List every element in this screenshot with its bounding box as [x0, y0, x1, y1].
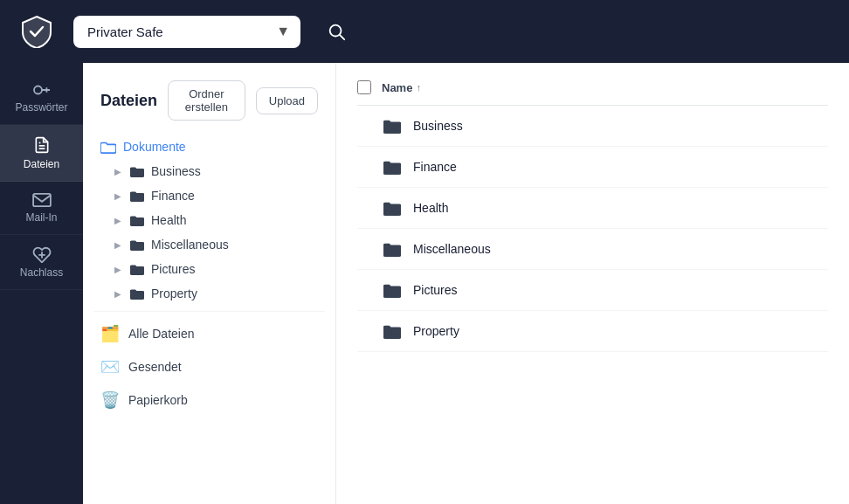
- chevron-icon: ▶: [114, 265, 123, 274]
- row-folder-name: Health: [413, 201, 448, 215]
- folder-name: Health: [151, 213, 186, 227]
- table-row[interactable]: Miscellaneous: [357, 229, 828, 270]
- folder-icon: [383, 118, 401, 134]
- logo: [17, 12, 56, 51]
- all-files-label: Alle Dateien: [128, 327, 195, 341]
- table-row[interactable]: Finance: [357, 147, 828, 188]
- envelope-icon: ✉️: [100, 357, 120, 376]
- sidebar-label-files: Dateien: [24, 158, 59, 170]
- row-folder-name: Property: [413, 324, 459, 338]
- tree-item-property[interactable]: ▶ Property: [93, 281, 325, 306]
- row-folder-name: Finance: [413, 160, 457, 174]
- chevron-icon: ▶: [114, 289, 123, 299]
- folder-icon: [383, 241, 401, 257]
- column-header-name[interactable]: Name ↑: [382, 81, 421, 94]
- sidebar-label-passwords: Passwörter: [15, 101, 67, 114]
- tree-documents: Dokumente ▶ Business ▶ Finance ▶: [83, 135, 335, 306]
- sidebar-item-nachlass[interactable]: Nachlass: [0, 235, 83, 290]
- row-folder-name: Pictures: [413, 283, 458, 297]
- folder-name: Miscellaneous: [151, 238, 229, 252]
- table-row[interactable]: Business: [357, 106, 828, 147]
- create-folder-button[interactable]: Ordner erstellen: [168, 80, 245, 121]
- tree-item-finance[interactable]: ▶ Finance: [93, 183, 325, 208]
- main-layout: Passwörter Dateien Mail-In: [0, 63, 849, 504]
- trash-icon: 🗑️: [100, 390, 120, 410]
- file-list-table: Name ↑ Business Finance: [357, 80, 828, 352]
- svg-point-2: [34, 86, 42, 94]
- folder-name: Pictures: [151, 262, 196, 276]
- sidebar-label-mailin: Mail-In: [25, 211, 57, 224]
- svg-line-1: [340, 35, 344, 39]
- tree-special-sent[interactable]: ✉️ Gesendet: [83, 350, 335, 383]
- tree-divider: [93, 311, 325, 312]
- file-tree-panel: Dateien Ordner erstellen Upload Dokument…: [83, 63, 336, 504]
- file-tree-header: Dateien Ordner erstellen Upload: [83, 80, 335, 135]
- chevron-icon: ▶: [114, 240, 123, 250]
- sidebar-item-mailin[interactable]: Mail-In: [0, 182, 83, 235]
- trash-label: Papierkorb: [128, 393, 188, 407]
- stack-icon: 🗂️: [100, 324, 120, 343]
- documents-root-label: Dokumente: [123, 140, 186, 154]
- folder-icon: [383, 200, 401, 216]
- chevron-icon: ▶: [114, 167, 123, 176]
- row-folder-name: Miscellaneous: [413, 242, 491, 256]
- folder-icon: [383, 282, 401, 298]
- tree-item-miscellaneous[interactable]: ▶ Miscellaneous: [93, 232, 325, 257]
- chevron-icon: ▶: [114, 216, 123, 225]
- select-all-checkbox[interactable]: [357, 80, 371, 94]
- row-folder-name: Business: [413, 119, 463, 133]
- table-row[interactable]: Property: [357, 311, 828, 352]
- tree-item-pictures[interactable]: ▶ Pictures: [93, 257, 325, 281]
- table-header: Name ↑: [357, 80, 828, 106]
- chevron-icon: ▶: [114, 191, 123, 201]
- search-button[interactable]: [327, 22, 346, 41]
- content-area: Name ↑ Business Finance: [336, 63, 849, 504]
- sort-arrow-icon: ↑: [416, 82, 421, 93]
- files-title: Dateien: [100, 92, 157, 110]
- tree-root-documents[interactable]: Dokumente: [93, 135, 325, 159]
- tree-item-health[interactable]: ▶ Health: [93, 208, 325, 232]
- folder-name: Business: [151, 164, 201, 178]
- upload-button[interactable]: Upload: [256, 87, 318, 114]
- vault-dropdown[interactable]: Privater Safe Familien Safe Geschäftlich…: [73, 16, 300, 48]
- folder-name: Finance: [151, 189, 195, 203]
- vault-selector[interactable]: Privater Safe Familien Safe Geschäftlich…: [73, 16, 300, 48]
- sidebar-label-nachlass: Nachlass: [20, 266, 63, 279]
- sidebar-item-files[interactable]: Dateien: [0, 125, 83, 182]
- table-row[interactable]: Health: [357, 188, 828, 229]
- folder-icon: [383, 323, 401, 339]
- sent-label: Gesendet: [128, 360, 182, 374]
- folder-icon: [383, 159, 401, 175]
- sidebar: Passwörter Dateien Mail-In: [0, 63, 83, 504]
- header: Privater Safe Familien Safe Geschäftlich…: [0, 0, 849, 63]
- svg-rect-5: [33, 194, 51, 206]
- tree-special-all[interactable]: 🗂️ Alle Dateien: [83, 317, 335, 350]
- sidebar-item-passwords[interactable]: Passwörter: [0, 72, 83, 125]
- folder-name: Property: [151, 287, 197, 300]
- table-row[interactable]: Pictures: [357, 270, 828, 311]
- tree-item-business[interactable]: ▶ Business: [93, 159, 325, 183]
- tree-special-trash[interactable]: 🗑️ Papierkorb: [83, 383, 335, 417]
